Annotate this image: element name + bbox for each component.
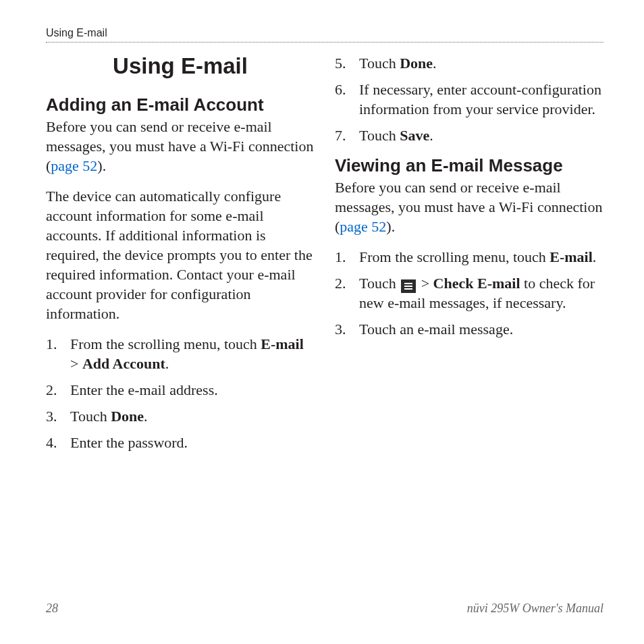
text: Touch — [359, 275, 400, 292]
text: . — [429, 127, 433, 144]
adding-account-steps: From the scrolling menu, touch E-mail > … — [46, 334, 315, 452]
done-label: Done — [400, 55, 433, 72]
check-email-label: Check E-mail — [433, 275, 520, 292]
add-account-label: Add Account — [82, 355, 165, 372]
intro-paragraph-1: Before you can send or receive e-mail me… — [46, 117, 315, 176]
step-4: Enter the password. — [46, 433, 315, 452]
page-footer: 28 nüvi 295W Owner's Manual — [46, 601, 603, 616]
text: > — [417, 275, 433, 292]
text: . — [144, 408, 148, 425]
running-header: Using E-mail — [46, 27, 603, 39]
step-3: Touch Done. — [46, 406, 315, 426]
step-1: From the scrolling menu, touch E-mail > … — [46, 334, 315, 373]
page-number: 28 — [46, 601, 58, 616]
content-columns: Using E-mail Adding an E-mail Account Be… — [46, 53, 603, 459]
email-label: E-mail — [549, 248, 593, 265]
step-6: If necessary, enter account-configuratio… — [335, 80, 603, 119]
page-52-link[interactable]: page 52 — [340, 218, 386, 235]
section-viewing-message: Viewing an E-mail Message — [335, 156, 603, 176]
step-1: From the scrolling menu, touch E-mail. — [335, 247, 603, 267]
step-2: Enter the e-mail address. — [46, 380, 315, 400]
text: From the scrolling menu, touch — [359, 248, 549, 265]
text: Touch — [359, 127, 400, 144]
viewing-intro: Before you can send or receive e-mail me… — [335, 178, 603, 236]
header-divider — [46, 42, 603, 43]
text: Touch — [70, 408, 111, 425]
page-52-link[interactable]: page 52 — [51, 157, 97, 174]
text: ). — [386, 218, 395, 235]
manual-title: nüvi 295W Owner's Manual — [467, 601, 603, 616]
step-7: Touch Save. — [335, 126, 603, 145]
right-column: Touch Done. If necessary, enter account-… — [335, 53, 603, 459]
page-title: Using E-mail — [46, 53, 315, 79]
section-adding-account: Adding an E-mail Account — [46, 95, 315, 115]
done-label: Done — [111, 408, 144, 425]
text: . — [165, 355, 169, 372]
text: . — [433, 55, 437, 72]
step-2: Touch > Check E-mail to check for new e-… — [335, 273, 603, 313]
menu-icon — [401, 279, 416, 293]
text: Touch — [359, 55, 400, 72]
text: . — [593, 248, 597, 265]
intro-paragraph-2: The device can automatically configure a… — [46, 186, 315, 323]
save-label: Save — [400, 127, 429, 144]
email-label: E-mail — [261, 336, 304, 352]
step-3: Touch an e-mail message. — [335, 319, 603, 339]
text: From the scrolling menu, touch — [70, 336, 261, 352]
adding-account-steps-cont: Touch Done. If necessary, enter account-… — [335, 53, 603, 145]
step-5: Touch Done. — [335, 53, 603, 73]
viewing-message-steps: From the scrolling menu, touch E-mail. T… — [335, 247, 603, 339]
left-column: Using E-mail Adding an E-mail Account Be… — [46, 53, 315, 459]
text: ). — [97, 157, 106, 174]
text: > — [70, 355, 82, 372]
